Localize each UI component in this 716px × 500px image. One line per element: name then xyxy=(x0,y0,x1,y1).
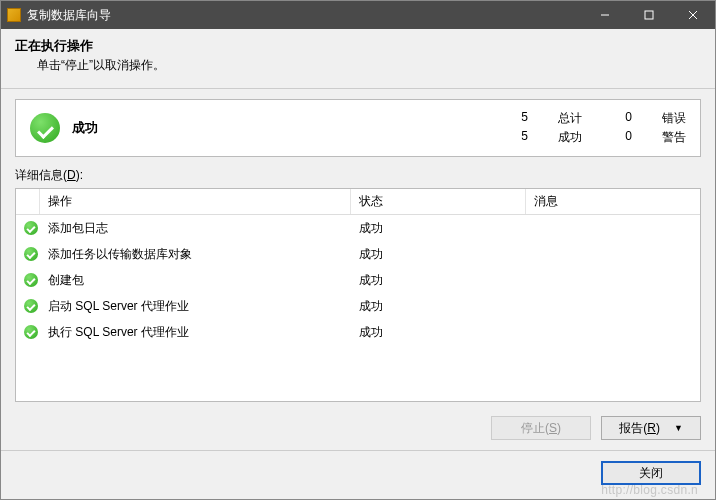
success-icon xyxy=(24,325,38,339)
stop-button: 停止(S) xyxy=(491,416,591,440)
cell-action: 执行 SQL Server 代理作业 xyxy=(40,320,351,345)
window-title: 复制数据库向导 xyxy=(27,7,583,24)
stat-error-count: 0 xyxy=(612,110,632,127)
stat-success-label: 成功 xyxy=(558,129,582,146)
cell-action: 启动 SQL Server 代理作业 xyxy=(40,294,351,319)
cell-action: 添加包日志 xyxy=(40,216,351,241)
cell-message xyxy=(525,328,700,336)
action-button-row: 停止(S) 报告(R) ▼ xyxy=(15,412,701,450)
summary-stats: 5 总计 0 错误 5 成功 0 警告 xyxy=(508,110,686,146)
summary-panel: 成功 5 总计 0 错误 5 成功 0 警告 xyxy=(15,99,701,157)
cell-action: 添加任务以传输数据库对象 xyxy=(40,242,351,267)
cell-message xyxy=(525,224,700,232)
details-grid[interactable]: 操作 状态 消息 添加包日志成功添加任务以传输数据库对象成功创建包成功启动 SQ… xyxy=(15,188,701,402)
cell-message xyxy=(525,302,700,310)
svg-rect-1 xyxy=(645,11,653,19)
success-icon xyxy=(30,113,60,143)
cell-status: 成功 xyxy=(351,320,526,345)
table-row[interactable]: 启动 SQL Server 代理作业成功 xyxy=(16,293,700,319)
cell-status: 成功 xyxy=(351,242,526,267)
titlebar: 复制数据库向导 xyxy=(1,1,715,29)
content-area: 成功 5 总计 0 错误 5 成功 0 警告 详细信息(D): 操作 状态 消息 xyxy=(1,89,715,450)
wizard-header: 正在执行操作 单击“停止”以取消操作。 xyxy=(1,29,715,89)
column-header-status[interactable]: 状态 xyxy=(351,189,526,214)
success-icon xyxy=(24,299,38,313)
close-button[interactable]: 关闭 xyxy=(601,461,701,485)
chevron-down-icon: ▼ xyxy=(674,423,683,433)
success-icon xyxy=(24,221,38,235)
table-row[interactable]: 执行 SQL Server 代理作业成功 xyxy=(16,319,700,345)
stat-total-label: 总计 xyxy=(558,110,582,127)
stat-warning-label: 警告 xyxy=(662,129,686,146)
maximize-button[interactable] xyxy=(627,1,671,29)
stat-warning-count: 0 xyxy=(612,129,632,146)
wizard-window: 复制数据库向导 正在执行操作 单击“停止”以取消操作。 成功 5 总计 0 错误… xyxy=(0,0,716,500)
success-icon xyxy=(24,247,38,261)
report-button[interactable]: 报告(R) ▼ xyxy=(601,416,701,440)
table-row[interactable]: 添加任务以传输数据库对象成功 xyxy=(16,241,700,267)
grid-body: 添加包日志成功添加任务以传输数据库对象成功创建包成功启动 SQL Server … xyxy=(16,215,700,345)
cell-status: 成功 xyxy=(351,268,526,293)
column-header-icon[interactable] xyxy=(16,189,40,214)
stat-total-count: 5 xyxy=(508,110,528,127)
table-row[interactable]: 创建包成功 xyxy=(16,267,700,293)
app-icon xyxy=(7,8,21,22)
cell-status: 成功 xyxy=(351,216,526,241)
cell-action: 创建包 xyxy=(40,268,351,293)
grid-header-row: 操作 状态 消息 xyxy=(16,189,700,215)
page-subtitle: 单击“停止”以取消操作。 xyxy=(37,57,701,74)
stat-success-count: 5 xyxy=(508,129,528,146)
column-header-action[interactable]: 操作 xyxy=(40,189,351,214)
stat-error-label: 错误 xyxy=(662,110,686,127)
success-icon xyxy=(24,273,38,287)
details-label: 详细信息(D): xyxy=(15,167,701,184)
minimize-button[interactable] xyxy=(583,1,627,29)
cell-message xyxy=(525,276,700,284)
window-close-button[interactable] xyxy=(671,1,715,29)
table-row[interactable]: 添加包日志成功 xyxy=(16,215,700,241)
page-title: 正在执行操作 xyxy=(15,37,701,55)
footer-button-row: 关闭 xyxy=(1,450,715,499)
cell-status: 成功 xyxy=(351,294,526,319)
column-header-message[interactable]: 消息 xyxy=(526,189,700,214)
cell-message xyxy=(525,250,700,258)
summary-status: 成功 xyxy=(72,119,508,137)
